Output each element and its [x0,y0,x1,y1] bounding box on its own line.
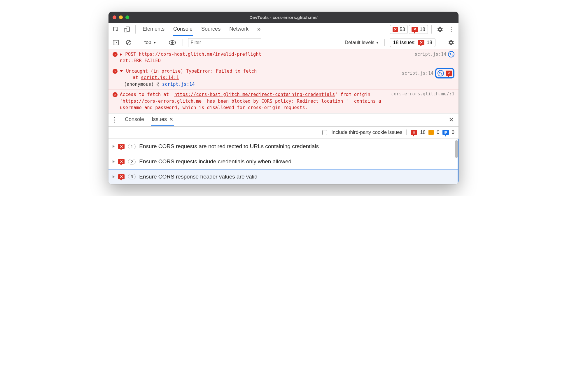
error-icon: ✕ [113,52,118,57]
include-3p-checkbox[interactable] [322,130,327,135]
collapse-icon[interactable] [120,70,123,72]
levels-label: Default levels [345,40,374,46]
tab-console[interactable]: Console [173,23,193,36]
warning-issues-count: 0 [437,130,439,135]
issue-icon: ✕ [118,159,125,164]
anonymous-link[interactable]: script.js:14 [162,82,195,87]
console-error-row[interactable]: ✕ POST https://cors-host.glitch.me/inval… [108,49,459,66]
network-request-icon[interactable] [438,70,444,76]
info-issues-count: 0 [452,130,454,135]
stack-link[interactable]: script.js:14:1 [141,75,179,80]
issue-counter-chip[interactable]: ✕ 18 [409,25,428,34]
divider [431,25,432,34]
stack-at: at [120,75,141,80]
device-toolbar-icon[interactable] [122,25,132,34]
info-issues-icon [442,130,449,135]
source-link[interactable]: script.js:14 [402,71,433,76]
svg-point-8 [171,41,174,44]
include-3p-label: Include third-party cookie issues [331,130,402,135]
settings-icon[interactable] [435,25,445,34]
url1[interactable]: https://cors-host.glitch.me/redirect-con… [174,92,335,97]
divider [139,39,139,46]
toolbar-main: Elements Console Sources Network » ✕ 53 … [108,23,459,36]
minimize-window-button[interactable] [119,15,123,19]
tab-network[interactable]: Network [229,23,249,36]
issue-icon: ✕ [118,174,125,179]
error-counter-chip[interactable]: ✕ 53 [390,25,408,34]
source-link[interactable]: script.js:14 [415,52,446,57]
live-expression-icon[interactable] [167,38,177,47]
more-menu-icon[interactable]: ⋮ [446,25,456,34]
svg-rect-2 [124,29,127,32]
drawer-tab-issues[interactable]: Issues ✕ [151,113,174,126]
expand-icon[interactable] [120,53,122,56]
expand-icon[interactable] [113,145,115,148]
console-messages: ✕ POST https://cors-host.glitch.me/inval… [108,49,459,113]
issue-icon: ✕ [418,40,424,45]
issue-row[interactable]: ✕ 3 Ensure CORS response header values a… [108,169,459,184]
inspect-element-icon[interactable] [111,25,121,34]
console-error-row[interactable]: ✕ Uncaught (in promise) TypeError: Faile… [108,66,459,89]
drawer-tab-console[interactable]: Console [124,113,145,126]
issues-list: ✕ 1 Ensure CORS requests are not redirec… [108,139,459,184]
filter-input[interactable] [188,38,261,47]
issues-summary-chip[interactable]: 18 Issues: ✕ 18 [390,38,435,47]
warning-issues-icon: ! [428,130,434,135]
expand-icon[interactable] [113,160,115,163]
chevron-down-icon: ▼ [376,41,379,45]
window-title: DevTools - cors-errors.glitch.me/ [108,15,459,20]
network-request-icon[interactable] [448,51,454,57]
tab-close-icon[interactable]: ✕ [169,116,173,123]
tab-overflow[interactable]: » [257,23,261,36]
close-window-button[interactable] [113,15,116,19]
scrollbar-thumb[interactable] [455,140,458,158]
drawer-tab-label: Issues [152,116,167,123]
highlighted-icons: ✕ [435,68,454,78]
error-count: 53 [400,27,405,32]
source-link[interactable]: cors-errors.glitch.me/:1 [391,91,454,97]
expand-icon[interactable] [113,175,115,178]
issue-icon: ✕ [118,144,125,149]
message-source-group: cors-errors.glitch.me/:1 [391,91,454,97]
context-selector[interactable]: top ▼ [144,40,157,46]
clear-console-icon[interactable] [124,38,134,47]
message-body: POST https://cors-host.glitch.me/invalid… [120,51,454,64]
issues-filter-bar: Include third-party cookie issues ✕ 18 !… [108,127,459,139]
context-value: top [144,40,151,46]
issue-count-badge: 1 [128,144,136,149]
issue-row[interactable]: ✕ 2 Ensure CORS requests include credent… [108,154,459,169]
error-title: Uncaught (in promise) TypeError: Failed … [126,69,257,74]
tab-sources[interactable]: Sources [201,23,221,36]
maximize-window-button[interactable] [125,15,129,19]
console-error-row[interactable]: ✕ Access to fetch at 'https://cors-host.… [108,89,459,113]
error-icon: ✕ [113,69,118,74]
drawer-close-icon[interactable]: ✕ [447,116,456,124]
issues-counts: ✕ 18 ! 0 0 [406,130,454,135]
tab-elements[interactable]: Elements [142,23,165,36]
url2[interactable]: https://cors-errors.glitch.me [123,99,202,104]
issue-icon[interactable]: ✕ [446,71,452,76]
error-issues-count: 18 [420,130,426,135]
issue-title: Ensure CORS requests are not redirected … [139,143,319,150]
issue-count-badge: 3 [128,174,136,179]
error-status: net::ERR_FAILED [120,58,161,63]
message-source-group: script.js:14 ✕ [402,68,454,78]
http-method: POST [125,52,136,57]
log-levels-selector[interactable]: Default levels ▼ [345,40,379,46]
issue-count-badge: 2 [128,159,136,164]
divider [183,39,183,46]
titlebar: DevTools - cors-errors.glitch.me/ [108,12,459,23]
devtools-window: DevTools - cors-errors.glitch.me/ Elemen… [108,12,459,184]
issue-icon: ✕ [412,27,418,32]
text: Access to fetch at ' [120,92,174,97]
divider [162,39,162,46]
chevron-down-icon: ▼ [153,41,157,45]
issue-row[interactable]: ✕ 1 Ensure CORS requests are not redirec… [108,139,459,154]
drawer-more-icon[interactable]: ⋮ [111,116,118,124]
issue-count: 18 [420,27,425,32]
message-source-group: script.js:14 [415,51,454,57]
request-url[interactable]: https://cors-host.glitch.me/invalid-pref… [139,52,261,57]
divider [441,39,441,46]
console-settings-icon[interactable] [446,38,456,47]
toggle-sidebar-icon[interactable] [111,38,121,47]
